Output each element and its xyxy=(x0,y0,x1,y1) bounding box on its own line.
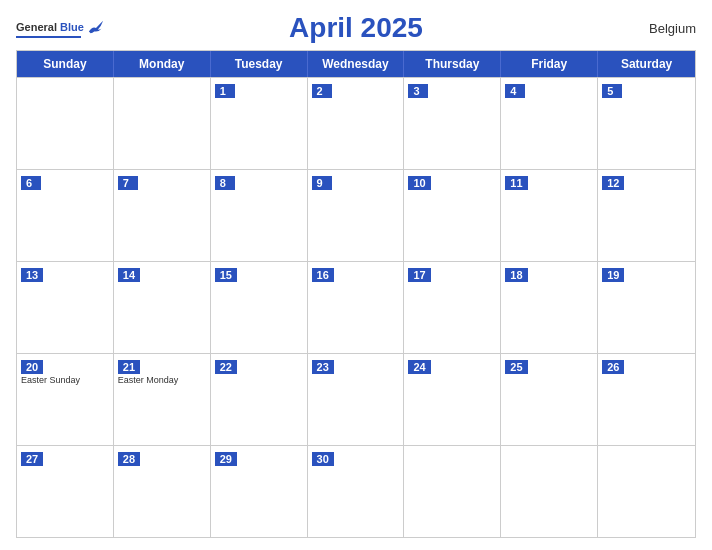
day-number-29: 29 xyxy=(215,452,237,466)
day-cell-16: 16 xyxy=(308,262,405,353)
day-cell-4: 4 xyxy=(501,78,598,169)
day-cell-1: 1 xyxy=(211,78,308,169)
week-row-4: 20Easter Sunday21Easter Monday2223242526 xyxy=(17,353,695,445)
day-cell-22: 22 xyxy=(211,354,308,445)
day-cell-14: 14 xyxy=(114,262,211,353)
country-label: Belgium xyxy=(596,21,696,36)
logo-text: General Blue xyxy=(16,19,105,35)
day-number-25: 25 xyxy=(505,360,527,374)
day-number-7: 7 xyxy=(118,176,138,190)
day-number-6: 6 xyxy=(21,176,41,190)
day-header-sunday: Sunday xyxy=(17,51,114,77)
week-row-2: 6789101112 xyxy=(17,169,695,261)
day-header-saturday: Saturday xyxy=(598,51,695,77)
day-cell-20: 20Easter Sunday xyxy=(17,354,114,445)
calendar-grid: SundayMondayTuesdayWednesdayThursdayFrid… xyxy=(16,50,696,538)
day-number-19: 19 xyxy=(602,268,624,282)
day-number-1: 1 xyxy=(215,84,235,98)
day-number-30: 30 xyxy=(312,452,334,466)
day-number-17: 17 xyxy=(408,268,430,282)
day-cell-21: 21Easter Monday xyxy=(114,354,211,445)
day-cell-8: 8 xyxy=(211,170,308,261)
day-header-friday: Friday xyxy=(501,51,598,77)
day-number-13: 13 xyxy=(21,268,43,282)
day-number-2: 2 xyxy=(312,84,332,98)
week-row-1: 12345 xyxy=(17,77,695,169)
day-number-8: 8 xyxy=(215,176,235,190)
holiday-label-21: Easter Monday xyxy=(118,375,206,386)
day-cell-29: 29 xyxy=(211,446,308,537)
day-number-3: 3 xyxy=(408,84,428,98)
day-cell-empty-1 xyxy=(114,78,211,169)
day-number-26: 26 xyxy=(602,360,624,374)
header-title: April 2025 xyxy=(116,12,596,44)
day-cell-empty-4 xyxy=(404,446,501,537)
day-cell-23: 23 xyxy=(308,354,405,445)
day-number-14: 14 xyxy=(118,268,140,282)
week-row-3: 13141516171819 xyxy=(17,261,695,353)
day-number-11: 11 xyxy=(505,176,527,190)
day-header-tuesday: Tuesday xyxy=(211,51,308,77)
day-header-wednesday: Wednesday xyxy=(308,51,405,77)
day-cell-26: 26 xyxy=(598,354,695,445)
day-cell-3: 3 xyxy=(404,78,501,169)
day-number-24: 24 xyxy=(408,360,430,374)
calendar-page: General Blue April 2025 Belgium SundayMo… xyxy=(0,0,712,550)
day-number-9: 9 xyxy=(312,176,332,190)
day-header-thursday: Thursday xyxy=(404,51,501,77)
day-cell-27: 27 xyxy=(17,446,114,537)
day-cell-empty-5 xyxy=(501,446,598,537)
day-cell-empty-0 xyxy=(17,78,114,169)
day-cell-2: 2 xyxy=(308,78,405,169)
day-cell-18: 18 xyxy=(501,262,598,353)
day-header-monday: Monday xyxy=(114,51,211,77)
day-number-5: 5 xyxy=(602,84,622,98)
day-number-4: 4 xyxy=(505,84,525,98)
day-number-27: 27 xyxy=(21,452,43,466)
day-cell-25: 25 xyxy=(501,354,598,445)
day-cell-7: 7 xyxy=(114,170,211,261)
header: General Blue April 2025 Belgium xyxy=(16,12,696,44)
logo-blue: Blue xyxy=(60,21,84,33)
calendar-title: April 2025 xyxy=(116,12,596,44)
day-number-10: 10 xyxy=(408,176,430,190)
weeks-container: 1234567891011121314151617181920Easter Su… xyxy=(17,77,695,537)
logo-underline xyxy=(16,36,81,38)
day-number-20: 20 xyxy=(21,360,43,374)
week-row-5: 27282930 xyxy=(17,445,695,537)
logo-area: General Blue xyxy=(16,19,116,38)
day-number-15: 15 xyxy=(215,268,237,282)
day-number-23: 23 xyxy=(312,360,334,374)
day-cell-24: 24 xyxy=(404,354,501,445)
day-cell-10: 10 xyxy=(404,170,501,261)
day-number-22: 22 xyxy=(215,360,237,374)
day-headers-row: SundayMondayTuesdayWednesdayThursdayFrid… xyxy=(17,51,695,77)
day-number-21: 21 xyxy=(118,360,140,374)
day-cell-17: 17 xyxy=(404,262,501,353)
day-cell-9: 9 xyxy=(308,170,405,261)
day-cell-15: 15 xyxy=(211,262,308,353)
day-cell-6: 6 xyxy=(17,170,114,261)
logo-bird-icon xyxy=(87,19,105,35)
day-cell-13: 13 xyxy=(17,262,114,353)
day-number-12: 12 xyxy=(602,176,624,190)
day-number-28: 28 xyxy=(118,452,140,466)
day-number-16: 16 xyxy=(312,268,334,282)
day-cell-30: 30 xyxy=(308,446,405,537)
day-number-18: 18 xyxy=(505,268,527,282)
day-cell-11: 11 xyxy=(501,170,598,261)
day-cell-19: 19 xyxy=(598,262,695,353)
day-cell-12: 12 xyxy=(598,170,695,261)
logo-general: General xyxy=(16,21,57,33)
day-cell-28: 28 xyxy=(114,446,211,537)
holiday-label-20: Easter Sunday xyxy=(21,375,109,386)
day-cell-empty-6 xyxy=(598,446,695,537)
day-cell-5: 5 xyxy=(598,78,695,169)
